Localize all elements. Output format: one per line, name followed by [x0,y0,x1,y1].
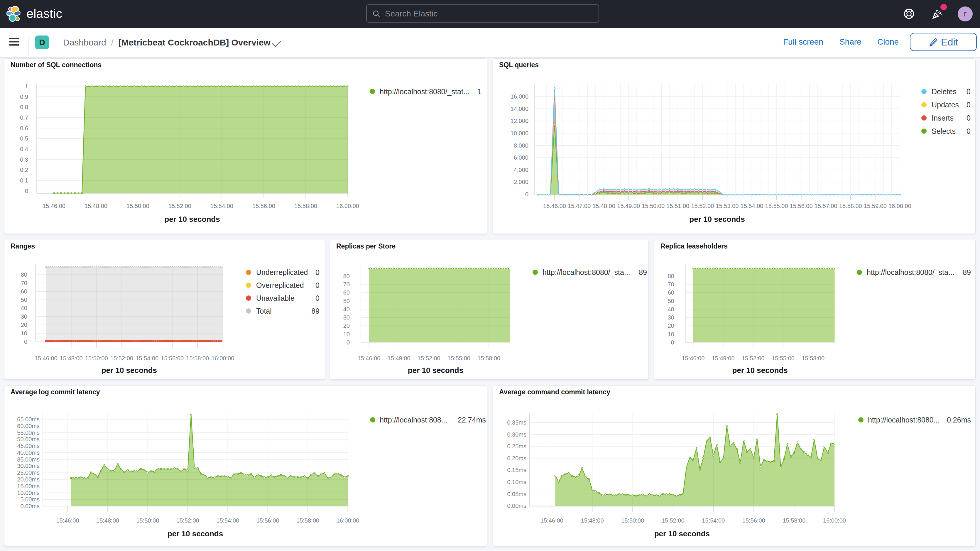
svg-text:per 10 seconds: per 10 seconds [732,366,788,375]
svg-text:15:55:00: 15:55:00 [765,203,788,209]
svg-text:Selects: Selects [932,127,956,135]
svg-text:15:54:00: 15:54:00 [210,203,233,209]
svg-text:15:55:00: 15:55:00 [772,355,795,361]
svg-text:15:54:00: 15:54:00 [216,517,239,524]
svg-text:2,000: 2,000 [514,179,528,185]
svg-text:per 10 seconds: per 10 seconds [164,215,220,224]
svg-text:Unavailable: Unavailable [256,294,294,302]
svg-text:Updates: Updates [932,100,959,109]
svg-text:15:58:00: 15:58:00 [783,517,805,524]
svg-text:0.26ms: 0.26ms [947,416,971,424]
svg-text:80: 80 [668,273,674,279]
svg-text:1: 1 [25,83,28,89]
svg-text:15:52:00: 15:52:00 [417,355,441,361]
svg-text:15:49:00: 15:49:00 [712,355,735,361]
svg-text:0.15ms: 0.15ms [507,467,527,473]
svg-text:0.6: 0.6 [20,125,28,131]
svg-text:0.10ms: 0.10ms [507,479,527,485]
svg-text:15:52:00: 15:52:00 [177,517,199,524]
svg-text:0.25ms: 0.25ms [507,443,527,449]
svg-text:30: 30 [343,314,350,321]
svg-text:15:56:00: 15:56:00 [256,517,279,524]
svg-text:0.3: 0.3 [20,156,28,163]
svg-text:15:48:00: 15:48:00 [60,355,83,361]
svg-text:70: 70 [21,280,27,287]
svg-text:http://localhost:8080/_sta...: http://localhost:8080/_sta... [542,268,630,276]
svg-text:15:49:00: 15:49:00 [388,355,410,361]
svg-text:10: 10 [668,331,674,338]
svg-text:50.00ms: 50.00ms [17,436,40,443]
svg-text:0.05ms: 0.05ms [507,491,527,497]
svg-text:10,000: 10,000 [511,130,528,137]
svg-text:50: 50 [343,298,350,304]
svg-text:89: 89 [311,307,320,315]
svg-text:15:52:00: 15:52:00 [742,355,765,361]
svg-text:60.00ms: 60.00ms [17,423,40,429]
svg-text:15:58:00: 15:58:00 [839,203,862,209]
svg-text:0: 0 [525,191,528,197]
svg-text:89: 89 [963,268,971,276]
svg-text:15:55:00: 15:55:00 [447,355,470,361]
svg-text:15:50:00: 15:50:00 [126,203,150,209]
svg-text:4,000: 4,000 [514,167,528,173]
svg-text:65.00ms: 65.00ms [17,416,40,422]
svg-text:5.00ms: 5.00ms [20,496,40,503]
svg-text:30: 30 [21,313,27,320]
svg-text:0.20ms: 0.20ms [507,455,527,462]
svg-text:15:52:00: 15:52:00 [691,203,714,209]
svg-text:15:58:00: 15:58:00 [802,355,824,361]
svg-text:http://localhost:808...: http://localhost:808... [380,416,447,424]
svg-text:15:58:00: 15:58:00 [477,355,500,361]
svg-text:15:54:00: 15:54:00 [741,203,764,209]
svg-text:http://localhost:8080/_sta...: http://localhost:8080/_sta... [867,268,955,276]
svg-text:15.00ms: 15.00ms [17,483,40,489]
svg-text:http://localhost:8080/_stat...: http://localhost:8080/_stat... [380,88,469,96]
svg-text:15:54:00: 15:54:00 [702,517,725,524]
svg-text:0: 0 [24,339,27,345]
svg-text:15:48:00: 15:48:00 [581,517,604,524]
svg-text:Inserts: Inserts [932,114,954,122]
svg-text:30.00ms: 30.00ms [17,463,40,469]
svg-text:15:46:00: 15:46:00 [43,203,65,209]
svg-text:15:58:00: 15:58:00 [294,203,317,209]
svg-text:60: 60 [343,289,350,296]
svg-text:30: 30 [668,314,674,321]
svg-text:20: 20 [668,322,674,329]
svg-text:16:00:00: 16:00:00 [211,355,234,361]
svg-text:10.00ms: 10.00ms [17,490,40,496]
svg-text:15:59:00: 15:59:00 [864,203,887,209]
svg-text:per 10 seconds: per 10 seconds [408,366,463,375]
svg-text:8,000: 8,000 [514,142,528,149]
svg-text:16:00:00: 16:00:00 [336,203,359,209]
svg-text:15:56:00: 15:56:00 [790,203,813,209]
svg-text:0.35ms: 0.35ms [507,419,527,426]
svg-text:0: 0 [967,100,970,109]
svg-text:16,000: 16,000 [511,93,528,100]
svg-text:per 10 seconds: per 10 seconds [654,529,710,538]
svg-text:15:46:00: 15:46:00 [357,355,380,361]
svg-text:15:50:00: 15:50:00 [642,203,665,209]
svg-text:per 10 seconds: per 10 seconds [102,366,157,375]
svg-text:40: 40 [343,306,350,312]
svg-text:55.00ms: 55.00ms [17,430,40,436]
svg-text:15:58:00: 15:58:00 [296,517,319,524]
svg-text:60: 60 [668,289,674,296]
svg-text:per 10 seconds: per 10 seconds [167,529,223,538]
svg-text:0: 0 [315,281,320,289]
svg-text:50: 50 [668,298,674,304]
svg-text:80: 80 [21,271,27,278]
svg-text:15:56:00: 15:56:00 [161,355,184,361]
svg-text:15:47:00: 15:47:00 [568,203,591,209]
svg-text:0: 0 [967,88,970,96]
svg-text:15:48:00: 15:48:00 [84,203,107,209]
svg-text:15:52:00: 15:52:00 [662,517,684,524]
svg-text:16:00:00: 16:00:00 [888,203,912,209]
svg-text:1: 1 [477,88,481,96]
svg-text:15:57:00: 15:57:00 [815,203,837,209]
svg-text:40.00ms: 40.00ms [17,449,40,456]
svg-text:15:46:00: 15:46:00 [56,517,79,524]
svg-text:15:54:00: 15:54:00 [135,355,158,361]
svg-text:0: 0 [967,114,970,122]
svg-text:15:46:00: 15:46:00 [541,517,563,524]
svg-text:45.00ms: 45.00ms [17,443,40,449]
